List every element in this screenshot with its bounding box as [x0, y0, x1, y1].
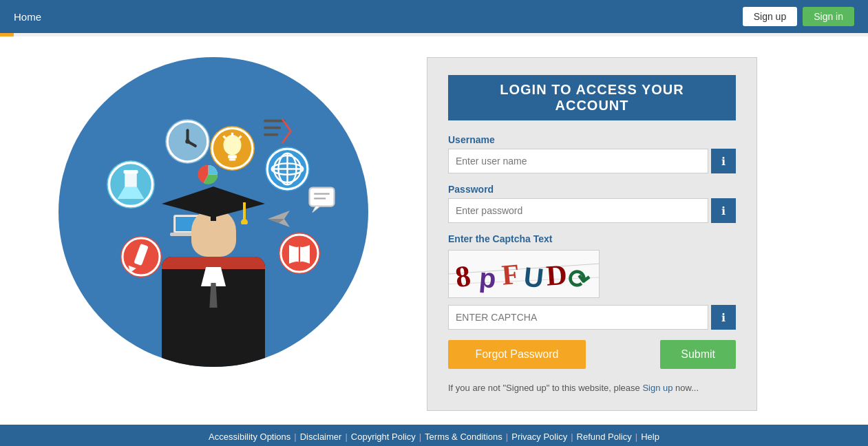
signup-before-text: If you are not "Signed up" to this websi… [448, 383, 642, 393]
password-label: Password [448, 184, 736, 195]
svg-text:D: D [545, 259, 568, 292]
action-buttons-row: Forgot Password Submit [448, 340, 736, 369]
circle-illustration [59, 57, 368, 367]
svg-point-40 [241, 219, 248, 224]
footer-link-3[interactable]: Terms & Conditions [425, 432, 502, 442]
svg-point-5 [224, 135, 242, 155]
footer-links: Accessibility Options | Disclaimer | Cop… [0, 432, 868, 442]
signup-after-text: now... [673, 383, 699, 393]
signup-text: If you are not "Signed up" to this websi… [448, 383, 736, 393]
svg-rect-7 [229, 158, 236, 160]
password-info-button[interactable]: ℹ [711, 198, 736, 223]
footer-separator: | [571, 432, 573, 442]
footer-link-4[interactable]: Privacy Policy [511, 432, 567, 442]
signin-button[interactable]: Sign in [803, 7, 854, 26]
pencil-icon [120, 236, 162, 277]
captcha-input[interactable] [448, 305, 708, 330]
username-input[interactable] [448, 149, 708, 173]
footer-separator: | [294, 432, 296, 442]
username-label: Username [448, 134, 736, 145]
footer-link-0[interactable]: Accessibility Options [209, 432, 290, 442]
footer: Accessibility Options | Disclaimer | Cop… [0, 425, 868, 446]
submit-button[interactable]: Submit [660, 340, 736, 369]
chat-icon [306, 184, 337, 215]
footer-separator: | [506, 432, 508, 442]
footer-link-5[interactable]: Refund Policy [577, 432, 632, 442]
captcha-row: ℹ [448, 305, 736, 330]
svg-text:U: U [522, 261, 545, 293]
graduate-figure [158, 183, 268, 367]
svg-rect-6 [228, 155, 237, 158]
footer-separator: | [345, 432, 347, 442]
login-title: LOGIN TO ACCESS YOUR ACCOUNT [448, 75, 736, 120]
home-link[interactable]: Home [14, 11, 41, 23]
svg-rect-28 [310, 188, 335, 206]
clock-icon [165, 119, 210, 164]
main-content: LOGIN TO ACCESS YOUR ACCOUNT Username ℹ … [0, 36, 868, 425]
forgot-password-button[interactable]: Forgot Password [448, 340, 586, 369]
header-nav: Home [14, 11, 41, 23]
captcha-label: Enter the Captcha Text [448, 233, 736, 244]
footer-link-6[interactable]: Help [641, 432, 659, 442]
footer-separator: | [419, 432, 421, 442]
footer-link-1[interactable]: Disclaimer [300, 432, 342, 442]
login-panel: LOGIN TO ACCESS YOUR ACCOUNT Username ℹ … [427, 57, 757, 411]
svg-text:p: p [478, 262, 498, 294]
header-buttons: Sign up Sign in [743, 7, 854, 26]
svg-line-10 [239, 136, 241, 138]
signup-link[interactable]: Sign up [642, 383, 673, 393]
svg-text:F: F [500, 258, 520, 291]
footer-link-2[interactable]: Copyright Policy [351, 432, 416, 442]
svg-rect-12 [124, 170, 138, 173]
password-input[interactable] [448, 198, 708, 223]
flask-icon [107, 160, 155, 209]
svg-point-3 [185, 139, 190, 144]
svg-marker-29 [313, 206, 320, 213]
compass-icon [258, 112, 293, 147]
svg-rect-38 [211, 204, 216, 221]
password-row: ℹ [448, 198, 736, 223]
book-icon [279, 233, 320, 274]
footer-separator: | [635, 432, 637, 442]
username-row: ℹ [448, 149, 736, 173]
signup-button[interactable]: Sign up [743, 7, 797, 26]
captcha-info-button[interactable]: ℹ [711, 305, 736, 330]
illustration-panel [28, 50, 399, 374]
username-info-button[interactable]: ℹ [711, 149, 736, 173]
globe-icon [265, 147, 310, 191]
header: Home Sign up Sign in [0, 0, 868, 33]
paper-plane-icon [265, 205, 293, 233]
svg-line-9 [224, 136, 226, 138]
captcha-image: 8 p F U D ⟳ [448, 250, 600, 298]
